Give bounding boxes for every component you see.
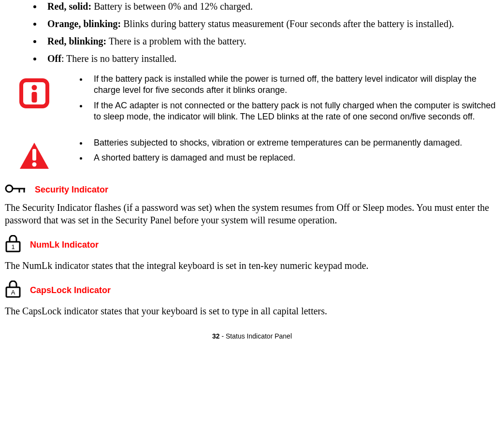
footer-title: Status Indicator Panel xyxy=(226,332,292,340)
info-icon xyxy=(19,78,49,111)
list-item: Batteries subjected to shocks, vibration… xyxy=(88,137,462,148)
key-icon xyxy=(5,183,26,197)
section-title: NumLk Indicator xyxy=(30,239,99,251)
section-header-security: Security Indicator xyxy=(5,183,499,197)
numlock-icon: 1 xyxy=(5,235,21,255)
capslock-icon: A xyxy=(5,281,21,301)
term-desc: There is a problem with the battery. xyxy=(106,36,246,46)
term-label: Red, blinking: xyxy=(47,36,106,46)
list-item: If the AC adapter is not connected or th… xyxy=(88,100,499,123)
section-body-security: The Security Indicator flashes (if a pas… xyxy=(5,201,499,226)
list-item: Red, blinking: There is a problem with t… xyxy=(43,35,499,47)
page-footer: 32 - Status Indicator Panel xyxy=(5,332,499,340)
svg-point-6 xyxy=(6,185,13,192)
warning-icon xyxy=(19,142,49,172)
term-label: Red, solid: xyxy=(47,1,91,12)
svg-rect-4 xyxy=(32,149,36,161)
warning-callout: Batteries subjected to shocks, vibration… xyxy=(5,137,499,172)
section-header-numlk: 1 NumLk Indicator xyxy=(5,235,499,255)
battery-state-list: Red, solid: Battery is between 0% and 12… xyxy=(5,0,499,65)
term-desc: Battery is between 0% and 12% charged. xyxy=(91,1,253,12)
svg-text:1: 1 xyxy=(11,243,14,251)
svg-text:A: A xyxy=(11,289,15,296)
warning-list: Batteries subjected to shocks, vibration… xyxy=(71,137,462,168)
term-label: Orange, blinking: xyxy=(47,18,121,29)
section-title: CapsLock Indicator xyxy=(30,285,111,296)
term-label: Off xyxy=(47,53,61,64)
section-title: Security Indicator xyxy=(35,184,108,195)
section-header-capslock: A CapsLock Indicator xyxy=(5,281,499,301)
list-item: Off: There is no battery installed. xyxy=(43,52,499,65)
list-item: If the battery pack is installed while t… xyxy=(88,74,499,96)
svg-rect-2 xyxy=(32,92,37,103)
list-item: Orange, blinking: Blinks during battery … xyxy=(43,17,499,30)
svg-point-5 xyxy=(32,162,37,166)
list-item: Red, solid: Battery is between 0% and 12… xyxy=(43,0,499,13)
footer-sep: - xyxy=(220,332,226,340)
section-body-numlk: The NumLk indicator states that the inte… xyxy=(5,259,499,272)
list-item: A shorted battery is damaged and must be… xyxy=(88,152,462,163)
page-number: 32 xyxy=(212,332,220,340)
info-list: If the battery pack is installed while t… xyxy=(71,74,499,127)
term-desc: : There is no battery installed. xyxy=(61,53,176,64)
term-desc: Blinks during battery status measurement… xyxy=(121,18,454,29)
svg-point-1 xyxy=(32,85,37,90)
info-callout: If the battery pack is installed while t… xyxy=(5,74,499,127)
section-body-capslock: The CapsLock indicator states that your … xyxy=(5,305,499,317)
